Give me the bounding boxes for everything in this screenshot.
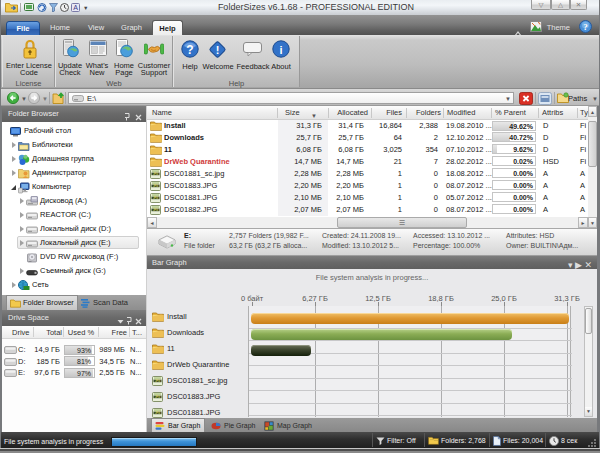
svg-text:A: A (73, 4, 78, 11)
svg-text:JPG: JPG (153, 184, 158, 188)
svg-text:JPG: JPG (153, 196, 158, 200)
svg-text:JPG: JPG (153, 172, 158, 176)
svg-text:i: i (279, 44, 282, 56)
svg-text:JPG: JPG (153, 208, 158, 212)
svg-text:!: ! (216, 44, 220, 56)
svg-text:JPG: JPG (155, 411, 160, 415)
svg-text:?: ? (583, 22, 588, 32)
svg-text:JPG: JPG (155, 379, 160, 383)
svg-text:?: ? (186, 43, 193, 57)
svg-text:JPG: JPG (155, 395, 160, 399)
